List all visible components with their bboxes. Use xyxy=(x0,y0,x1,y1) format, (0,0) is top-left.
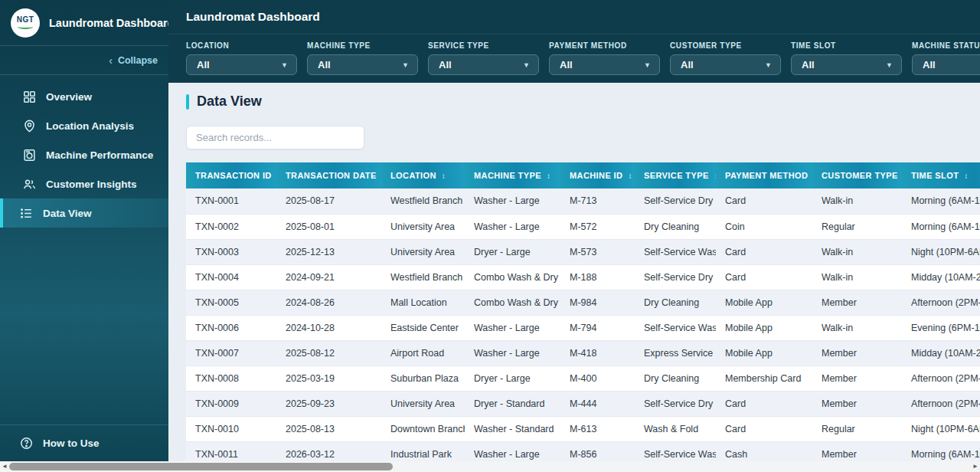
column-header[interactable]: MACHINE TYPE↕ xyxy=(465,162,560,188)
cell-machine-id: M-188 xyxy=(560,264,635,290)
table-row: TXN-0001 2025-08-17 Westfield Branch Was… xyxy=(186,188,980,214)
cell-service-type: Express Service xyxy=(635,340,716,365)
filter-label: CUSTOMER TYPE xyxy=(670,41,781,50)
sort-icon: ↕ xyxy=(442,172,446,180)
column-header[interactable]: CUSTOMER TYPE↕ xyxy=(812,162,902,188)
filter-selected-value: All xyxy=(681,59,694,70)
cell-transaction-id: TXN-0005 xyxy=(186,290,276,315)
sidebar-item[interactable]: Location Analysis xyxy=(0,111,168,140)
column-header[interactable]: MACHINE ID↕ xyxy=(560,162,635,188)
column-header-label: TIME SLOT xyxy=(911,171,959,180)
cell-machine-type: Washer - Standard xyxy=(465,416,560,441)
cell-transaction-date: 2025-08-12 xyxy=(276,340,381,365)
sidebar-item[interactable]: Machine Performance xyxy=(0,140,168,169)
filter-label: PAYMENT METHOD xyxy=(549,41,660,50)
column-header-label: TRANSACTION DATE xyxy=(286,171,377,180)
column-header[interactable]: TIME SLOT↕ xyxy=(902,162,980,188)
scrollbar-thumb[interactable] xyxy=(9,463,393,470)
sort-icon: ↕ xyxy=(628,172,632,180)
cell-machine-type: Washer - Large xyxy=(465,441,560,461)
cell-machine-id: M-418 xyxy=(560,340,635,365)
collapse-button[interactable]: ‹ Collapse xyxy=(0,46,168,75)
cell-machine-type: Combo Wash & Dry xyxy=(465,264,560,290)
scroll-left-arrow-icon[interactable]: ◄ xyxy=(0,461,9,472)
filter-group: PAYMENT METHOD All ▼ xyxy=(549,41,660,83)
cell-location: Downtown Branch xyxy=(381,416,465,441)
cell-transaction-id: TXN-0010 xyxy=(186,416,276,441)
column-header-label: SERVICE TYPE xyxy=(644,171,709,180)
filter-dropdown[interactable]: All ▼ xyxy=(670,54,781,75)
search-input[interactable] xyxy=(186,126,364,149)
cell-service-type: Self-Service Dry xyxy=(635,391,716,416)
cell-customer-type: Walk-in xyxy=(812,188,902,214)
filter-label: MACHINE STATUS xyxy=(912,41,980,50)
sort-icon: ↕ xyxy=(547,172,550,180)
table-row: TXN-0009 2025-09-23 University Area Drye… xyxy=(186,391,980,416)
column-header-label: LOCATION xyxy=(390,171,436,180)
filter-selected-value: All xyxy=(560,59,573,70)
cell-customer-type: Regular xyxy=(812,214,902,239)
filter-dropdown[interactable]: All ▼ xyxy=(307,54,418,75)
cell-location: University Area xyxy=(381,391,465,416)
cell-payment-method: Card xyxy=(716,188,812,214)
column-header[interactable]: SERVICE TYPE↕ xyxy=(635,162,716,188)
table-row: TXN-0004 2024-09-21 Westfield Branch Com… xyxy=(186,264,980,290)
app-window: NGT Laundromat Dashboard ‹ Collapse Over… xyxy=(0,0,980,461)
cell-service-type: Self-Service Dry xyxy=(635,264,716,290)
cell-machine-id: M-400 xyxy=(560,365,635,391)
cell-machine-type: Washer - Large xyxy=(465,188,560,214)
sidebar-item[interactable]: Data View xyxy=(0,198,168,228)
cell-service-type: Dry Cleaning xyxy=(635,365,716,391)
cell-time-slot: Morning (6AM-10AM) xyxy=(902,214,980,239)
cell-customer-type: Member xyxy=(812,340,902,365)
cell-transaction-id: TXN-0007 xyxy=(186,340,276,365)
column-header[interactable]: PAYMENT METHOD↕ xyxy=(716,162,812,188)
column-header[interactable]: TRANSACTION ID↕ xyxy=(186,162,276,188)
scrollbar-track[interactable] xyxy=(9,461,971,472)
app-logo: NGT xyxy=(11,8,40,38)
filter-group: CUSTOMER TYPE All ▼ xyxy=(670,41,781,83)
cell-transaction-id: TXN-0011 xyxy=(186,441,276,461)
cell-payment-method: Cash xyxy=(716,441,812,461)
sort-icon: ↕ xyxy=(714,172,716,180)
cell-machine-type: Washer - Large xyxy=(465,315,560,340)
filter-group: MACHINE STATUS All ▼ xyxy=(912,41,980,83)
cell-customer-type: Walk-in xyxy=(812,239,902,264)
filter-dropdown[interactable]: All ▼ xyxy=(912,54,980,75)
cell-payment-method: Card xyxy=(716,391,812,416)
sidebar-item-how-to-use[interactable]: How to Use xyxy=(0,424,168,461)
filter-bar: LOCATION All ▼ MACHINE TYPE All ▼ SERV xyxy=(168,34,980,83)
section-header: Data View xyxy=(186,93,980,110)
sidebar-item[interactable]: Customer Insights xyxy=(0,169,168,198)
filter-dropdown[interactable]: All ▼ xyxy=(791,54,902,75)
column-header[interactable]: LOCATION↕ xyxy=(381,162,465,188)
cell-location: Westfield Branch xyxy=(381,264,465,290)
sidebar: NGT Laundromat Dashboard ‹ Collapse Over… xyxy=(0,0,168,461)
cell-payment-method: Mobile App xyxy=(716,290,812,315)
filter-label: MACHINE TYPE xyxy=(307,41,418,50)
column-header-label: MACHINE TYPE xyxy=(474,171,541,180)
cell-payment-method: Card xyxy=(716,239,812,264)
cell-transaction-id: TXN-0009 xyxy=(186,391,276,416)
filter-dropdown[interactable]: All ▼ xyxy=(428,54,539,75)
sidebar-item[interactable]: Overview xyxy=(0,82,168,111)
column-header[interactable]: TRANSACTION DATE↕ xyxy=(276,162,381,188)
filter-dropdown[interactable]: All ▼ xyxy=(186,54,297,75)
cell-customer-type: Walk-in xyxy=(812,315,902,340)
top-header: Laundromat Dashboard xyxy=(168,0,980,34)
cell-payment-method: Card xyxy=(716,264,812,290)
chevron-down-icon: ▼ xyxy=(765,61,772,69)
scroll-right-arrow-icon[interactable]: ► xyxy=(971,461,980,472)
filter-dropdown[interactable]: All ▼ xyxy=(549,54,660,75)
column-header-label: TRANSACTION ID xyxy=(195,171,272,180)
cell-machine-id: M-444 xyxy=(560,391,635,416)
table-row: TXN-0011 2026-03-12 Industrial Park Wash… xyxy=(186,441,980,461)
filter-group: LOCATION All ▼ xyxy=(186,41,297,83)
content-area: Data View TRANSACTION ID↕ xyxy=(168,83,980,461)
cell-service-type: Self-Service Dry xyxy=(635,188,716,214)
cell-location: Airport Road xyxy=(381,340,465,365)
cell-location: Mall Location xyxy=(381,290,465,315)
help-icon xyxy=(19,436,34,451)
cell-transaction-id: TXN-0002 xyxy=(186,214,276,239)
filter-label: SERVICE TYPE xyxy=(428,41,539,50)
